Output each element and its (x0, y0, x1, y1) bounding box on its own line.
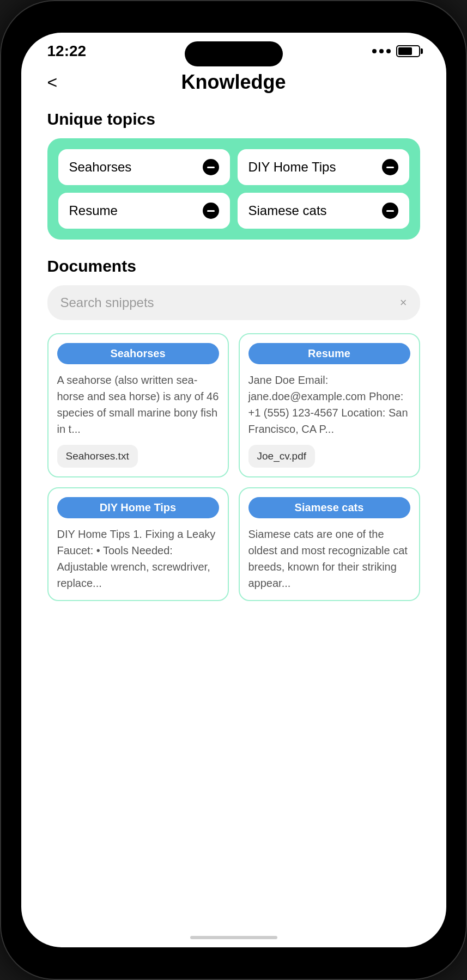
card-tag-diy: DIY Home Tips (57, 497, 219, 518)
battery-icon (396, 45, 420, 57)
status-time: 12:22 (47, 42, 87, 60)
phone-shell: 12:22 < Knowledge Unique topics (0, 0, 467, 980)
doc-card-diy[interactable]: DIY Home Tips DIY Home Tips 1. Fixing a … (47, 487, 229, 601)
search-bar[interactable]: Search snippets × (47, 285, 420, 320)
topics-grid: Seahorses DIY Home Tips Resume Siamese c… (58, 149, 409, 229)
topic-label-diy: DIY Home Tips (248, 160, 336, 175)
topic-label-seahorses: Seahorses (69, 160, 132, 175)
topic-item-resume[interactable]: Resume (58, 193, 230, 229)
status-right (372, 45, 420, 57)
topic-remove-icon-diy[interactable] (382, 159, 398, 175)
home-bar (190, 936, 277, 939)
header: < Knowledge (21, 65, 446, 105)
topic-remove-icon-resume[interactable] (203, 203, 219, 219)
card-text-siamese: Siamese cats are one of the oldest and m… (248, 526, 410, 591)
doc-card-siamese[interactable]: Siamese cats Siamese cats are one of the… (239, 487, 420, 601)
dot-2 (379, 49, 384, 53)
doc-card-resume[interactable]: Resume Jane Doe Email: jane.doe@example.… (239, 333, 420, 477)
topic-item-seahorses[interactable]: Seahorses (58, 149, 230, 185)
card-tag-siamese: Siamese cats (248, 497, 410, 518)
phone-screen: 12:22 < Knowledge Unique topics (21, 33, 446, 947)
signal-dots (372, 49, 391, 53)
dynamic-island (185, 41, 283, 66)
topic-remove-icon-seahorses[interactable] (203, 159, 219, 175)
page-title: Knowledge (181, 71, 286, 94)
unique-topics-title: Unique topics (47, 110, 420, 128)
back-button[interactable]: < (47, 72, 58, 93)
main-content: Unique topics Seahorses DIY Home Tips Re… (21, 105, 446, 928)
battery-fill (398, 47, 412, 55)
dot-3 (386, 49, 391, 53)
search-placeholder: Search snippets (60, 295, 154, 310)
home-indicator (21, 928, 446, 947)
card-tag-seahorses: Seahorses (57, 343, 219, 364)
status-bar: 12:22 (21, 33, 446, 65)
card-file-resume[interactable]: Joe_cv.pdf (248, 445, 315, 468)
documents-section: Documents Search snippets × Seahorses A … (47, 257, 420, 601)
card-text-diy: DIY Home Tips 1. Fixing a Leaky Faucet: … (57, 526, 219, 591)
doc-card-seahorses[interactable]: Seahorses A seahorse (also written sea-h… (47, 333, 229, 477)
topic-label-resume: Resume (69, 203, 118, 218)
card-text-seahorses: A seahorse (also written sea-horse and s… (57, 372, 219, 437)
dot-1 (372, 49, 377, 53)
card-text-resume: Jane Doe Email: jane.doe@example.com Pho… (248, 372, 410, 437)
topic-label-siamese: Siamese cats (248, 203, 327, 218)
topic-item-siamese[interactable]: Siamese cats (238, 193, 409, 229)
documents-title: Documents (47, 257, 420, 275)
topic-remove-icon-siamese[interactable] (382, 203, 398, 219)
search-clear-button[interactable]: × (400, 296, 407, 310)
card-file-seahorses[interactable]: Seahorses.txt (57, 445, 138, 468)
topics-container: Seahorses DIY Home Tips Resume Siamese c… (47, 138, 420, 240)
topic-item-diy[interactable]: DIY Home Tips (238, 149, 409, 185)
card-tag-resume: Resume (248, 343, 410, 364)
cards-grid: Seahorses A seahorse (also written sea-h… (47, 333, 420, 601)
